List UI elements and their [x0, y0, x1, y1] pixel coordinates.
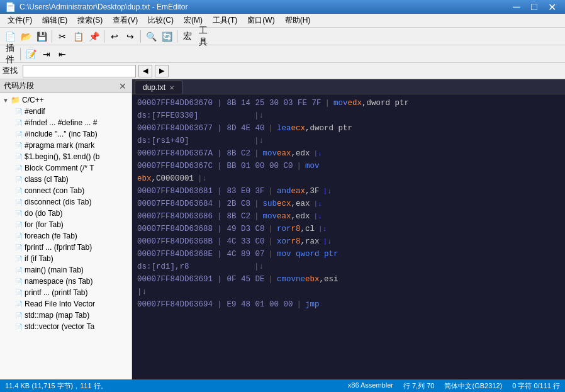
editor-content[interactable]: 00007FF84DD63670 | 8B 14 25 30 03 FE 7F … — [132, 94, 565, 379]
tree-child-item[interactable]: 📄#pragma mark (mark — [0, 140, 131, 151]
status-selection: 0 字符 0/111 行 — [512, 381, 560, 391]
code-token: ,eax — [291, 198, 310, 210]
tree-child-item[interactable]: 📄$1.begin(), $1.end() (b — [0, 151, 131, 162]
new-file-button[interactable]: 📄 — [3, 29, 18, 44]
tree-child-item[interactable]: 📄#include "..." (inc Tab) — [0, 128, 131, 140]
tree-child-item[interactable]: 📄Block Comment (/* T — [0, 162, 131, 174]
tree-child-label: std::vector (vector Ta — [25, 322, 94, 331]
window-controls[interactable]: ─ □ ✕ — [508, 1, 560, 13]
menu-item[interactable]: 查看(V) — [108, 14, 143, 27]
expand-icon: ▼ — [3, 97, 9, 104]
panel-tree[interactable]: ▼ 📁 C/C++ 📄#endif📄#ifndef ... #define ..… — [0, 93, 131, 379]
tree-child-item[interactable]: 📄class (cl Tab) — [0, 174, 131, 185]
code-line: ebx,C0000001 |↓ — [132, 172, 565, 185]
file-icon: 📄 — [15, 176, 23, 183]
tree-child-item[interactable]: 📄fprintf ... (fprintf Tab) — [0, 242, 131, 253]
tree-child-item[interactable]: 📄std::map (map Tab) — [0, 310, 131, 321]
code-line: ds:[rsi+40] |↓ — [132, 135, 565, 147]
tree-child-item[interactable]: 📄#ifndef ... #define ... # — [0, 117, 131, 128]
toolbar-separator2 — [104, 30, 104, 43]
code-token: lea — [277, 123, 291, 134]
tree-child-label: if (if Tab) — [25, 254, 53, 263]
outdent-button[interactable]: ⇤ — [55, 47, 70, 62]
tree-child-item[interactable]: 📄do (do Tab) — [0, 208, 131, 219]
file-icon: 📄 — [15, 278, 23, 285]
tab-close-button[interactable]: ✕ — [169, 84, 174, 91]
tree-child-label: do (do Tab) — [25, 209, 63, 218]
tree-child-item[interactable]: 📄#endif — [0, 106, 131, 117]
tree-child-label: std::map (map Tab) — [25, 311, 89, 320]
menu-item[interactable]: 工具(T) — [208, 14, 242, 27]
code-line: 00007FF84DD6367A | 8B C2 | mov eax,edx |… — [132, 147, 565, 160]
code-line: ds:[rdi],r8 |↓ — [132, 260, 565, 273]
undo-button[interactable]: ↩ — [107, 29, 122, 44]
status-position: 行 7,列 70 — [403, 381, 435, 391]
code-token: | — [265, 186, 277, 197]
code-token: 00007FF84DD6367A | 8B C2 — [137, 148, 250, 159]
tree-child-item[interactable]: 📄printf ... (printf Tab) — [0, 287, 131, 298]
tab-label: dup.txt — [143, 83, 165, 92]
tree-child-label: #include "..." (inc Tab) — [25, 130, 98, 138]
code-token: | — [293, 299, 306, 310]
tool-button[interactable]: 工具 — [196, 29, 211, 44]
status-mode: x86 Assembler — [348, 381, 393, 391]
panel-close-button[interactable]: ✕ — [118, 81, 128, 91]
open-file-button[interactable]: 📂 — [18, 29, 33, 44]
tree-child-item[interactable]: 📄connect (con Tab) — [0, 185, 131, 196]
search-input[interactable] — [23, 65, 136, 77]
save-file-button[interactable]: 💾 — [34, 29, 49, 44]
code-token: 00007FF84DD63686 | 8B C2 — [137, 211, 250, 222]
search-next-button[interactable]: ▶ — [155, 65, 169, 77]
menu-item[interactable]: 窗口(W) — [242, 14, 279, 27]
code-line: 00007FF84DD63688 | 49 D3 C8 | ror r8,cl … — [132, 223, 565, 235]
code-token: |↓ — [194, 173, 211, 184]
menu-item[interactable]: 帮助(H) — [280, 14, 316, 27]
code-token: r8 — [291, 223, 301, 235]
replace-button[interactable]: 🔄 — [159, 29, 174, 44]
tree-child-item[interactable]: 📄if (if Tab) — [0, 253, 131, 264]
menu-item[interactable]: 文件(F) — [3, 14, 37, 27]
code-token: jmp — [305, 299, 320, 310]
file-icon: 📄 — [15, 188, 23, 194]
maximize-button[interactable]: □ — [526, 1, 542, 13]
plugin-button[interactable]: 插件 — [3, 47, 18, 62]
search-prev-button[interactable]: ◀ — [138, 65, 152, 77]
code-token: 00007FF84DD63681 | 83 E0 3F — [137, 186, 265, 197]
tree-child-item[interactable]: 📄main() (main Tab) — [0, 264, 131, 276]
tree-child-item[interactable]: 📄for (for Tab) — [0, 219, 131, 230]
indent-button[interactable]: ⇥ — [39, 47, 54, 62]
tree-child-item[interactable]: 📄namespace (ns Tab) — [0, 276, 131, 287]
file-icon: 📄 — [15, 255, 23, 262]
tree-child-item[interactable]: 📄std::vector (vector Ta — [0, 321, 131, 332]
code-token: eax — [277, 211, 291, 222]
tree-child-item[interactable]: 📄disconnect (dis Tab) — [0, 196, 131, 208]
panel-title: 代码片段 — [4, 81, 34, 91]
tree-root-cpp[interactable]: ▼ 📁 C/C++ — [0, 94, 131, 106]
paste-button[interactable]: 📌 — [86, 29, 101, 44]
tree-child-label: main() (main Tab) — [25, 266, 84, 274]
find-button[interactable]: 🔍 — [143, 29, 159, 44]
tab-bar: dup.txt ✕ — [132, 79, 565, 94]
redo-button[interactable]: ↪ — [123, 29, 138, 44]
tree-child-item[interactable]: 📄foreach (fe Tab) — [0, 230, 131, 242]
code-token: | — [293, 160, 306, 172]
toolbar-separator — [52, 30, 52, 43]
tree-child-label: foreach (fe Tab) — [25, 232, 77, 240]
tree-child-item[interactable]: 📄Read File Into Vector — [0, 298, 131, 310]
minimize-button[interactable]: ─ — [508, 1, 525, 13]
cut-button[interactable]: ✂ — [55, 29, 70, 44]
tree-root-label: C/C++ — [22, 96, 44, 104]
editor-tab[interactable]: dup.txt ✕ — [135, 81, 182, 94]
menu-item[interactable]: 搜索(S) — [72, 14, 108, 27]
tree-child-label: #endif — [25, 107, 45, 116]
editor-panel: dup.txt ✕ 00007FF84DD63670 | 8B 14 25 30… — [132, 79, 565, 379]
tree-child-label: fprintf ... (fprintf Tab) — [25, 243, 92, 252]
file-icon: 📄 — [15, 244, 23, 251]
menu-item[interactable]: 比较(C) — [143, 14, 179, 27]
copy-button[interactable]: 📋 — [70, 29, 86, 44]
menu-item[interactable]: 编辑(E) — [37, 14, 72, 27]
close-button[interactable]: ✕ — [544, 1, 560, 13]
file-icon: 📄 — [15, 142, 23, 149]
snippet-button[interactable]: 📝 — [23, 47, 38, 62]
macro-button[interactable]: 宏 — [180, 29, 195, 44]
